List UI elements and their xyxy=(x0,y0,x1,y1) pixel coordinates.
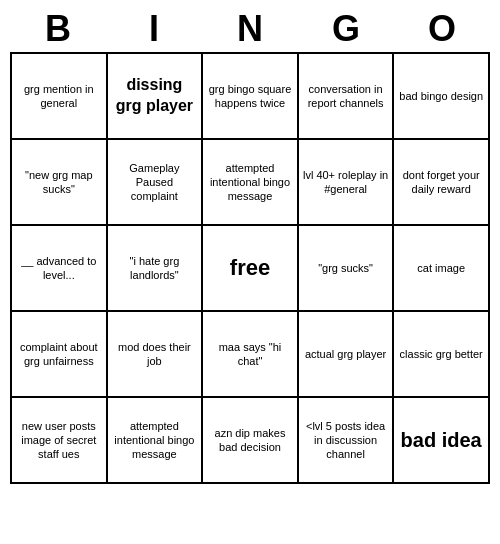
bingo-cell: conversation in report channels xyxy=(299,54,395,140)
cell-text: dont forget your daily reward xyxy=(398,168,484,197)
cell-text: "grg sucks" xyxy=(303,261,389,275)
bingo-cell: new user posts image of secret staff ues xyxy=(12,398,108,484)
cell-text: Gameplay Paused complaint xyxy=(112,161,198,204)
cell-text: mod does their job xyxy=(112,340,198,369)
bingo-cell: classic grg better xyxy=(394,312,490,398)
bingo-cell: attempted intentional bingo message xyxy=(108,398,204,484)
bingo-cell: mod does their job xyxy=(108,312,204,398)
bingo-cell: "i hate grg landlords" xyxy=(108,226,204,312)
header-letter: B xyxy=(14,8,102,50)
cell-text: conversation in report channels xyxy=(303,82,389,111)
bingo-cell: free xyxy=(203,226,299,312)
cell-text: attempted intentional bingo message xyxy=(112,419,198,462)
bingo-cell: dont forget your daily reward xyxy=(394,140,490,226)
cell-text: <lvl 5 posts idea in discussion channel xyxy=(303,419,389,462)
bingo-cell: "new grg map sucks" xyxy=(12,140,108,226)
bingo-header: BINGO xyxy=(10,8,490,50)
bingo-cell: complaint about grg unfairness xyxy=(12,312,108,398)
header-letter: N xyxy=(206,8,294,50)
cell-text: __ advanced to level... xyxy=(16,254,102,283)
header-letter: O xyxy=(398,8,486,50)
cell-text: grg bingo square happens twice xyxy=(207,82,293,111)
bingo-cell: "grg sucks" xyxy=(299,226,395,312)
cell-text: "i hate grg landlords" xyxy=(112,254,198,283)
header-letter: G xyxy=(302,8,390,50)
cell-text: free xyxy=(207,254,293,283)
bingo-card: BINGO grg mention in generaldissing grg … xyxy=(10,8,490,484)
bingo-cell: dissing grg player xyxy=(108,54,204,140)
bingo-grid: grg mention in generaldissing grg player… xyxy=(10,52,490,484)
cell-text: grg mention in general xyxy=(16,82,102,111)
bingo-cell: lvl 40+ roleplay in #general xyxy=(299,140,395,226)
cell-text: dissing grg player xyxy=(112,75,198,117)
bingo-cell: <lvl 5 posts idea in discussion channel xyxy=(299,398,395,484)
bingo-cell: azn dip makes bad decision xyxy=(203,398,299,484)
cell-text: azn dip makes bad decision xyxy=(207,426,293,455)
cell-text: maa says "hi chat" xyxy=(207,340,293,369)
cell-text: actual grg player xyxy=(303,347,389,361)
bingo-cell: bad idea xyxy=(394,398,490,484)
cell-text: new user posts image of secret staff ues xyxy=(16,419,102,462)
bingo-cell: cat image xyxy=(394,226,490,312)
bingo-cell: actual grg player xyxy=(299,312,395,398)
bingo-cell: __ advanced to level... xyxy=(12,226,108,312)
cell-text: cat image xyxy=(398,261,484,275)
bingo-cell: grg mention in general xyxy=(12,54,108,140)
cell-text: bad idea xyxy=(398,427,484,453)
bingo-cell: grg bingo square happens twice xyxy=(203,54,299,140)
cell-text: classic grg better xyxy=(398,347,484,361)
cell-text: bad bingo design xyxy=(398,89,484,103)
bingo-cell: Gameplay Paused complaint xyxy=(108,140,204,226)
bingo-cell: bad bingo design xyxy=(394,54,490,140)
bingo-cell: attempted intentional bingo message xyxy=(203,140,299,226)
bingo-cell: maa says "hi chat" xyxy=(203,312,299,398)
cell-text: lvl 40+ roleplay in #general xyxy=(303,168,389,197)
cell-text: attempted intentional bingo message xyxy=(207,161,293,204)
cell-text: "new grg map sucks" xyxy=(16,168,102,197)
cell-text: complaint about grg unfairness xyxy=(16,340,102,369)
header-letter: I xyxy=(110,8,198,50)
